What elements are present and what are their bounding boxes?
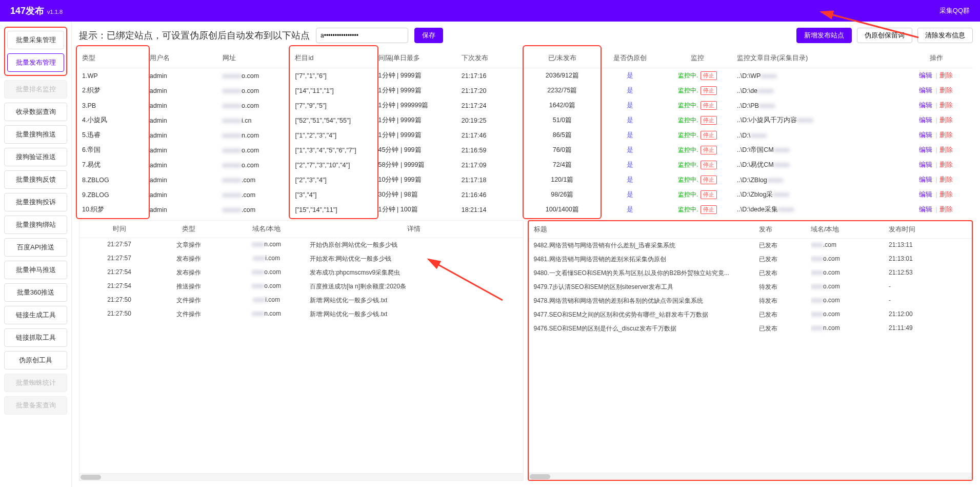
sidebar-item: 批量备案查询 (4, 396, 67, 415)
log-row: 9482.网络营销与网络营销有什么差别_迅睿采集系统已发布xxxx.com21:… (529, 239, 972, 252)
cell-url: xxxxxxn.com (219, 128, 292, 143)
sidebar-item[interactable]: 批量搜狗绑站 (4, 216, 67, 234)
cell-next: 21:16:59 (458, 143, 526, 158)
cell-ops: 编辑|删除 (900, 143, 973, 158)
cell-type: 6.帝国 (79, 143, 147, 158)
app-version: v1.1.8 (47, 9, 63, 15)
table-row[interactable]: 4.小旋风 admin xxxxxxi.cn ["52","51","54","… (79, 113, 973, 128)
delete-link[interactable]: 删除 (939, 206, 953, 213)
edit-link[interactable]: 编辑 (919, 87, 932, 94)
cell-pseudo: 是 (598, 202, 661, 217)
qq-group-link[interactable]: 采集QQ群 (939, 6, 970, 15)
sidebar-item[interactable]: 批量搜狗投诉 (4, 193, 67, 211)
sidebar-item[interactable]: 批量神马推送 (4, 261, 67, 279)
cell-url: xxxxxxo.com (219, 158, 292, 172)
table-row[interactable]: 3.PB admin xxxxxxo.com ["7","9","5"] 1分钟… (79, 98, 973, 113)
cell-monitor[interactable]: 监控中.停止 (661, 158, 734, 172)
table-row[interactable]: 1.WP admin xxxxxxo.com ["7","1","6"] 1分钟… (79, 68, 973, 84)
cell-ops: 编辑|删除 (900, 158, 973, 172)
cell-monitor[interactable]: 监控中.停止 (661, 113, 734, 128)
cell-interval: 1分钟 | 9999篇 (375, 83, 458, 98)
table-row[interactable]: 2.织梦 admin xxxxxxo.com ["14","11","1"] 1… (79, 83, 973, 98)
edit-link[interactable]: 编辑 (919, 131, 932, 139)
cell-user: admin (147, 143, 219, 158)
clear-info-button[interactable]: 清除发布信息 (917, 28, 973, 43)
cell-url: xxxxxx.com (219, 187, 292, 202)
cell-user: admin (147, 187, 219, 202)
sidebar-item[interactable]: 链接生成工具 (4, 306, 67, 324)
token-input[interactable] (316, 28, 408, 43)
delete-link[interactable]: 删除 (939, 146, 953, 153)
sidebar-item[interactable]: 批量搜狗反馈 (4, 170, 67, 189)
cell-monitor[interactable]: 监控中.停止 (661, 98, 734, 113)
delete-link[interactable]: 删除 (939, 72, 953, 79)
cell-monitor[interactable]: 监控中.停止 (661, 172, 734, 187)
cell-monitor[interactable]: 监控中.停止 (661, 128, 734, 143)
table-row[interactable]: 8.ZBLOG admin xxxxxx.com ["2","3","4"] 1… (79, 172, 973, 187)
sidebar-item[interactable]: 批量搜狗推送 (4, 125, 67, 144)
edit-link[interactable]: 编辑 (919, 191, 932, 198)
cell-pseudo: 是 (598, 187, 661, 202)
cell-interval: 1分钟 | 9999篇 (375, 128, 458, 143)
save-button[interactable]: 保存 (414, 28, 443, 43)
cell-dir: ..\D:\易优CMxxxxx (734, 158, 900, 172)
sidebar-item[interactable]: 伪原创工具 (4, 351, 67, 369)
log-col-header: 域名/本地 (811, 225, 889, 234)
col-header: 操作 (900, 48, 973, 68)
log-row: 21:27:50文件操作xxxxn.com新增:网站优化一般多少钱.txt (79, 307, 523, 321)
cell-count: 76/0篇 (526, 143, 598, 158)
cell-dir: ..\D:\WPxxxxx (734, 68, 900, 84)
cell-monitor[interactable]: 监控中.停止 (661, 202, 734, 217)
sidebar-item[interactable]: 链接抓取工具 (4, 328, 67, 347)
cell-next: 21:16:46 (458, 187, 526, 202)
log-col-header: 发布 (759, 225, 811, 234)
scrollbar[interactable] (529, 473, 972, 480)
keep-words-button[interactable]: 伪原创保留词 (857, 28, 912, 43)
sites-table: 类型用户名网址栏目id间隔|单日最多下次发布已/未发布是否伪原创监控监控文章目录… (79, 48, 973, 217)
table-row[interactable]: 10.织梦 admin xxxxxx.com ["15","14","11"] … (79, 202, 973, 217)
table-row[interactable]: 9.ZBLOG admin xxxxxx.com ["3","4"] 30分钟 … (79, 187, 973, 202)
table-row[interactable]: 5.迅睿 admin xxxxxxn.com ["1","2","3","4"]… (79, 128, 973, 143)
cell-dir: ..\D:\ZBlogxxxxx (734, 172, 900, 187)
edit-link[interactable]: 编辑 (919, 72, 932, 79)
delete-link[interactable]: 删除 (939, 116, 953, 124)
delete-link[interactable]: 删除 (939, 161, 953, 168)
edit-link[interactable]: 编辑 (919, 146, 932, 153)
edit-link[interactable]: 编辑 (919, 206, 932, 213)
cell-ops: 编辑|删除 (900, 98, 973, 113)
scrollbar[interactable] (79, 473, 523, 480)
log-col-header: 时间 (85, 225, 154, 233)
table-row[interactable]: 6.帝国 admin xxxxxxo.com ["1","3","4","5",… (79, 143, 973, 158)
cell-monitor[interactable]: 监控中.停止 (661, 68, 734, 84)
add-site-button[interactable]: 新增发布站点 (796, 28, 852, 43)
cell-url: xxxxxxo.com (219, 143, 292, 158)
delete-link[interactable]: 删除 (939, 131, 953, 139)
cell-user: admin (147, 158, 219, 172)
brand: 147发布 v1.1.8 (10, 5, 63, 17)
edit-link[interactable]: 编辑 (919, 116, 932, 124)
edit-link[interactable]: 编辑 (919, 161, 932, 168)
cell-monitor[interactable]: 监控中.停止 (661, 83, 734, 98)
sidebar-item-collect-mgmt[interactable]: 批量采集管理 (7, 31, 64, 49)
delete-link[interactable]: 删除 (939, 191, 953, 198)
delete-link[interactable]: 删除 (939, 102, 953, 109)
cell-type: 3.PB (79, 98, 147, 113)
edit-link[interactable]: 编辑 (919, 102, 932, 109)
cell-monitor[interactable]: 监控中.停止 (661, 187, 734, 202)
table-row[interactable]: 7.易优 admin xxxxxxo.com ["2","7","3","10"… (79, 158, 973, 172)
edit-link[interactable]: 编辑 (919, 176, 932, 183)
cell-next: 21:17:16 (458, 68, 526, 84)
sidebar-item-publish-mgmt[interactable]: 批量发布管理 (7, 53, 64, 72)
delete-link[interactable]: 删除 (939, 87, 953, 94)
sidebar-item[interactable]: 批量360推送 (4, 283, 67, 302)
sidebar-item[interactable]: 收录数据查询 (4, 103, 67, 121)
sidebar-item[interactable]: 百度API推送 (4, 238, 67, 257)
cell-colid: ["15","14","11"] (292, 202, 375, 217)
cell-dir: ..\D:\帝国CMxxxxx (734, 143, 900, 158)
delete-link[interactable]: 删除 (939, 176, 953, 183)
sidebar-item[interactable]: 搜狗验证推送 (4, 148, 67, 166)
cell-count: 98/26篇 (526, 187, 598, 202)
cell-monitor[interactable]: 监控中.停止 (661, 143, 734, 158)
sidebar-item: 批量蜘蛛统计 (4, 374, 67, 392)
cell-colid: ["2","7","3","10","4"] (292, 158, 375, 172)
